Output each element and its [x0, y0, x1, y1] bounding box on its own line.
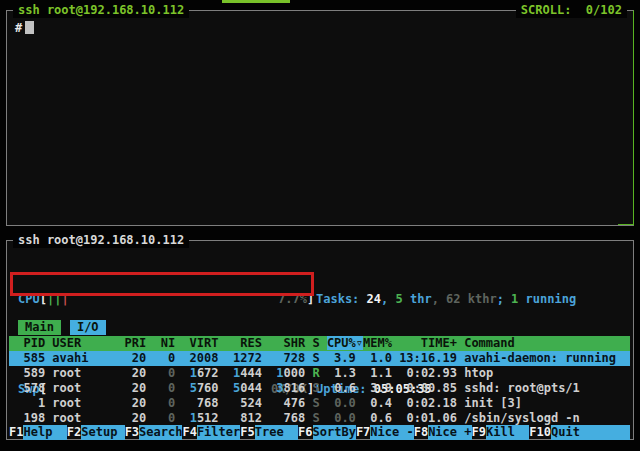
table-row[interactable]: 198 root 20 0 1512 812 768 S 0.0 0.6 0:0…	[9, 411, 630, 426]
tasks-summary: Tasks: 24, 5 thr, 62 kthr; 1 running	[316, 292, 576, 307]
htop-info: Tasks: 24, 5 thr, 62 kthr; 1 running Loa…	[316, 262, 576, 307]
process-table-header[interactable]: PID USER PRI NI VIRT RES SHR S CPU%▿MEM%…	[9, 336, 630, 351]
top-pane-title: ssh root@192.168.10.112	[13, 3, 189, 18]
table-row[interactable]: 585 avahi 20 0 2008 1272 728 S 3.9 1.0 1…	[9, 351, 630, 366]
screen-artifact	[222, 0, 290, 3]
fkey-nice-[interactable]: F7Nice -	[356, 425, 414, 440]
bottom-pane-title: ssh root@192.168.10.112	[13, 233, 189, 248]
htop-tabs: MainI/O	[18, 320, 115, 335]
scroll-indicator: SCROLL: 0/102	[516, 3, 627, 18]
table-row[interactable]: 589 root 20 0 1672 1444 1000 R 1.3 1.1 0…	[9, 366, 630, 381]
fkey-kill[interactable]: F9Kill	[472, 425, 530, 440]
fkey-help[interactable]: F1Help	[9, 425, 67, 440]
terminal-cursor	[25, 21, 34, 34]
active-pane-accent	[618, 224, 634, 225]
tab-main[interactable]: Main	[18, 320, 61, 335]
function-key-bar: F1Help F2Setup F3SearchF4FilterF5Tree F6…	[9, 425, 630, 440]
table-row[interactable]: 1 root 20 0 768 524 476 S 0.0 0.4 0:02.1…	[9, 396, 630, 411]
fkey-sortby[interactable]: F6SortBy	[298, 425, 356, 440]
htop-meters: CPU[||| 7.7%] Mem[||||||||||||||||||||||…	[18, 262, 314, 307]
fkey-filter[interactable]: F4Filter	[182, 425, 240, 440]
fkey-nice-[interactable]: F8Nice +	[414, 425, 472, 440]
fkey-search[interactable]: F3Search	[125, 425, 183, 440]
tab-i-o[interactable]: I/O	[70, 320, 106, 335]
process-table: 585 avahi 20 0 2008 1272 728 S 3.9 1.0 1…	[9, 351, 630, 426]
prompt-char: #	[15, 21, 22, 35]
fkey-quit[interactable]: F10Quit	[529, 425, 630, 440]
top-terminal-pane[interactable]: ssh root@192.168.10.112 SCROLL: 0/102 #	[6, 10, 634, 226]
fkey-tree[interactable]: F5Tree	[240, 425, 298, 440]
shell-prompt[interactable]: #	[15, 21, 34, 36]
fkey-setup[interactable]: F2Setup	[67, 425, 125, 440]
bottom-terminal-pane[interactable]: ssh root@192.168.10.112 CPU[||| 7.7%] Me…	[6, 240, 634, 440]
table-row[interactable]: 578 root 20 0 5760 5044 3816 S 0.6 3.9 0…	[9, 381, 630, 396]
cpu-meter: CPU[||| 7.7%]	[18, 292, 314, 307]
